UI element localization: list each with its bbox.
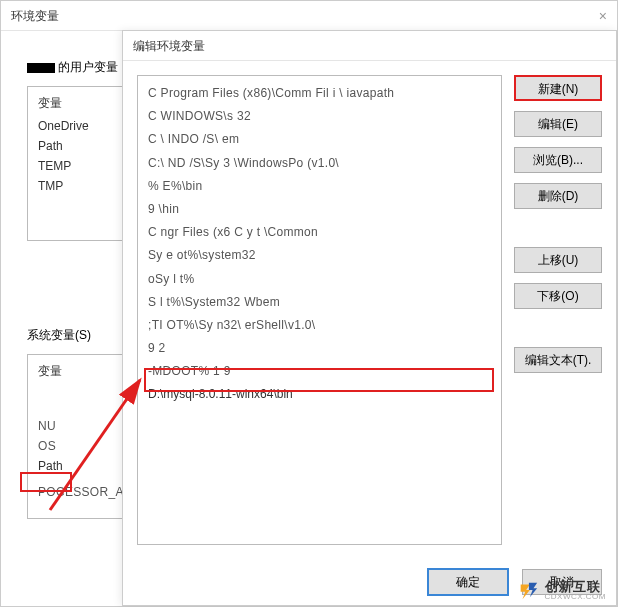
- outer-titlebar: 环境变量 ×: [1, 1, 617, 31]
- path-entry[interactable]: % E%\bin: [142, 175, 497, 198]
- path-entry[interactable]: C Program Files (x86)\Comm Fil i \ iavap…: [142, 82, 497, 105]
- move-down-button[interactable]: 下移(O): [514, 283, 602, 309]
- new-button[interactable]: 新建(N): [514, 75, 602, 101]
- close-icon[interactable]: ×: [599, 1, 607, 30]
- path-entry[interactable]: C:\ ND /S\Sy 3 \WindowsPo (v1.0\: [142, 152, 497, 175]
- path-entry[interactable]: S l t%\System32 Wbem: [142, 291, 497, 314]
- inner-titlebar: 编辑环境变量: [123, 31, 616, 61]
- watermark: 创新互联 CDXWCX.COM: [517, 579, 606, 601]
- path-entry[interactable]: ;TI OT%\Sy n32\ erShell\v1.0\: [142, 314, 497, 337]
- path-entry[interactable]: 9 2: [142, 337, 497, 360]
- path-entry[interactable]: 9 \hin: [142, 198, 497, 221]
- path-entry[interactable]: -MDOOT% 1 9: [142, 360, 497, 383]
- inner-title: 编辑环境变量: [133, 31, 205, 60]
- path-list[interactable]: C Program Files (x86)\Comm Fil i \ iavap…: [137, 75, 502, 545]
- delete-button[interactable]: 删除(D): [514, 183, 602, 209]
- path-entry-highlighted[interactable]: D:\mysql-8.0.11-winx64\bin: [142, 383, 497, 406]
- path-entry[interactable]: oSy l t%: [142, 268, 497, 291]
- path-entry[interactable]: C ngr Files (x6 C y t \Common: [142, 221, 497, 244]
- path-entry[interactable]: C WINDOWS\s 32: [142, 105, 497, 128]
- inner-body: C Program Files (x86)\Comm Fil i \ iavap…: [123, 61, 616, 605]
- path-entry[interactable]: Sy e ot%\system32: [142, 244, 497, 267]
- edit-button[interactable]: 编辑(E): [514, 111, 602, 137]
- edit-text-button[interactable]: 编辑文本(T).: [514, 347, 602, 373]
- watermark-icon: [517, 579, 539, 601]
- edit-env-var-window: 编辑环境变量 C Program Files (x86)\Comm Fil i …: [122, 30, 617, 606]
- ok-button[interactable]: 确定: [428, 569, 508, 595]
- watermark-subtext: CDXWCX.COM: [545, 593, 606, 601]
- button-column: 新建(N) 编辑(E) 浏览(B)... 删除(D) 上移(U) 下移(O) 编…: [514, 75, 602, 557]
- browse-button[interactable]: 浏览(B)...: [514, 147, 602, 173]
- outer-title: 环境变量: [11, 1, 59, 30]
- watermark-text: 创新互联: [545, 580, 606, 593]
- path-entry[interactable]: C \ INDO /S\ em: [142, 128, 497, 151]
- move-up-button[interactable]: 上移(U): [514, 247, 602, 273]
